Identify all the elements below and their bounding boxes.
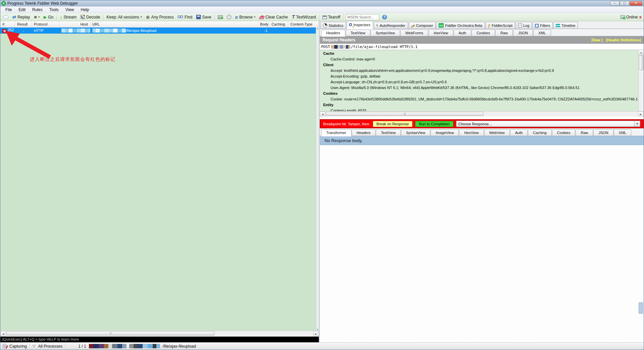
tearoff-button[interactable]: Tearoff: [321, 14, 341, 20]
response-tab-imageview[interactable]: ImageView: [431, 129, 459, 136]
menu-rules[interactable]: Rules: [29, 7, 46, 13]
break-on-response-button[interactable]: Break on Response: [373, 121, 413, 127]
keep-sessions-dropdown[interactable]: Keep: All sessions▾: [105, 14, 143, 20]
tab-filters[interactable]: Filters: [533, 22, 553, 29]
close-button[interactable]: ✕: [630, 1, 642, 6]
tab-fiddlerscript[interactable]: ƒFiddlerScript: [486, 22, 515, 29]
tab-timeline[interactable]: Timeline: [553, 22, 578, 29]
remove-sessions-button[interactable]: ×▾: [33, 14, 41, 20]
textwizard-button[interactable]: TTextWizard: [291, 14, 317, 20]
header-item[interactable]: Accept: text/html,application/xhtml+xml,…: [320, 68, 644, 74]
header-item[interactable]: Cache-Control: max-age=0: [320, 56, 644, 62]
raw-link[interactable]: [Raw ]: [591, 38, 602, 42]
tab-autoresponder[interactable]: ϟAutoResponder: [374, 22, 408, 29]
run-to-completion-button[interactable]: Run to Completion: [415, 121, 453, 127]
column-number[interactable]: #: [0, 21, 15, 27]
header-definitions-link[interactable]: [Header Definitions]: [606, 38, 641, 42]
menu-tools[interactable]: Tools: [46, 7, 62, 13]
tab-composer[interactable]: Composer: [409, 22, 436, 29]
session-list-vertical-scrollbar[interactable]: ▲ ▼: [316, 28, 319, 331]
msdn-search-input[interactable]: [346, 14, 379, 20]
tab-statistics[interactable]: Statistics: [320, 22, 346, 29]
response-tab-textview[interactable]: TextView: [376, 129, 401, 136]
response-tab-xml[interactable]: XML: [614, 129, 632, 136]
scrollbar-thumb[interactable]: [6, 331, 214, 336]
minimize-button[interactable]: ─: [610, 1, 620, 6]
response-tab-transformer[interactable]: Transformer: [321, 129, 351, 136]
choose-response-dropdown[interactable]: Choose Response... ▼: [456, 121, 640, 127]
scrollbar-thumb[interactable]: [639, 302, 643, 314]
scroll-left-icon[interactable]: ◄: [0, 331, 6, 336]
response-tab-raw[interactable]: Raw: [576, 129, 593, 136]
response-tab-caching[interactable]: Caching: [528, 129, 551, 136]
request-tab-json[interactable]: JSON: [513, 30, 533, 36]
column-result[interactable]: Result: [15, 21, 32, 27]
request-tab-syntaxview[interactable]: SyntaxView: [370, 30, 400, 36]
header-item[interactable]: Accept-Language: zh-CN,zh;q=0.9,en;q=0.8…: [320, 79, 644, 85]
capturing-label[interactable]: Capturing: [9, 344, 27, 349]
header-item[interactable]: User-Agent: Mozilla/5.0 (Windows NT 6.1;…: [320, 85, 644, 91]
stream-button[interactable]: ↓Stream: [59, 14, 78, 20]
replay-button[interactable]: ⇄Replay: [11, 14, 31, 20]
close-toolbar-icon[interactable]: x: [639, 15, 642, 19]
browse-button[interactable]: eBrowse▾: [234, 14, 256, 20]
request-tab-auth[interactable]: Auth: [454, 30, 472, 36]
headers-horizontal-scrollbar[interactable]: ◄ ►: [320, 111, 644, 117]
scroll-right-icon[interactable]: ►: [638, 112, 644, 117]
tab-fiddler-orchestra[interactable]: FOFiddler Orchestra Beta: [436, 22, 485, 29]
go-button[interactable]: ▶Go: [43, 14, 54, 20]
request-tab-cookies[interactable]: Cookies: [472, 30, 495, 36]
find-button[interactable]: Find: [177, 14, 193, 20]
save-button[interactable]: Save: [195, 14, 212, 20]
column-url[interactable]: URL: [90, 21, 258, 27]
column-protocol[interactable]: Protocol: [32, 21, 59, 27]
response-tab-json[interactable]: JSON: [593, 129, 613, 136]
header-item[interactable]: Cookie: route=e176b43ef10865ddfe539efa91…: [320, 96, 644, 102]
timer-button[interactable]: [226, 14, 232, 19]
column-host[interactable]: Host: [59, 21, 90, 27]
column-content-type[interactable]: Content-Type: [288, 21, 319, 27]
scrollbar-thumb[interactable]: [639, 55, 643, 70]
process-filter-label[interactable]: All Processes: [38, 344, 63, 349]
scroll-right-icon[interactable]: ►: [313, 331, 319, 336]
request-tab-xml[interactable]: XML: [533, 30, 551, 36]
screenshot-button[interactable]: [217, 15, 224, 19]
response-tab-headers[interactable]: Headers: [352, 129, 376, 136]
response-tab-syntaxview[interactable]: SyntaxView: [401, 129, 430, 136]
request-tab-raw[interactable]: Raw: [495, 30, 513, 36]
menu-file[interactable]: File: [2, 7, 15, 13]
header-item[interactable]: Accept-Encoding: gzip, deflate: [320, 74, 644, 79]
clear-cache-button[interactable]: Clear Cache: [258, 14, 289, 20]
scroll-left-icon[interactable]: ◄: [320, 112, 326, 117]
request-tab-headers[interactable]: Headers: [321, 30, 345, 36]
scrollbar-thumb[interactable]: [326, 112, 484, 116]
comment-button[interactable]: [2, 15, 9, 19]
column-body[interactable]: Body: [258, 21, 269, 27]
session-list-horizontal-scrollbar[interactable]: ◄ ►: [0, 331, 319, 336]
blurred-host: [61, 29, 90, 33]
response-tab-hexview[interactable]: HexView: [459, 129, 484, 136]
help-button[interactable]: ?: [381, 14, 388, 20]
decode-button[interactable]: Decode: [80, 14, 101, 20]
tab-inspectors[interactable]: Inspectors: [347, 21, 373, 29]
menu-view[interactable]: View: [62, 7, 77, 13]
header-group-cookies[interactable]: Cookies: [320, 91, 644, 96]
menu-help[interactable]: Help: [78, 7, 92, 13]
any-process-button[interactable]: ⊕Any Process: [145, 14, 175, 20]
column-caching[interactable]: Caching: [269, 21, 288, 27]
request-tab-hexview[interactable]: HexView: [429, 30, 453, 36]
menu-edit[interactable]: Edit: [15, 7, 29, 13]
request-tab-textview[interactable]: TextView: [346, 30, 370, 36]
maximize-button[interactable]: ▢: [620, 1, 629, 6]
request-tab-webforms[interactable]: WebForms: [400, 30, 429, 36]
response-tab-auth[interactable]: Auth: [510, 129, 528, 136]
header-group-client[interactable]: Client: [320, 62, 644, 68]
quickexec-bar[interactable]: [QuickExec] ALT+Q > type HELP to learn m…: [0, 336, 319, 342]
headers-vertical-scrollbar[interactable]: ▲: [638, 50, 644, 111]
response-tab-webview[interactable]: WebView: [484, 129, 510, 136]
response-tab-cookies[interactable]: Cookies: [552, 129, 576, 136]
tab-log[interactable]: ≡Log: [516, 22, 532, 29]
header-group-cache[interactable]: Cache: [320, 51, 644, 56]
header-group-entity[interactable]: Entity: [320, 102, 644, 108]
header-item[interactable]: Content-Length: 6033: [320, 108, 644, 111]
